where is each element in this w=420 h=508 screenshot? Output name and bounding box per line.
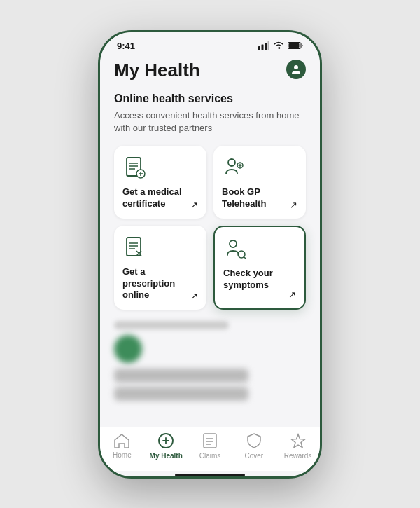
signal-icon [258,41,270,50]
svg-rect-1 [262,45,264,50]
phone-frame: 9:41 [98,30,322,479]
blur-block-2 [114,387,248,401]
svg-rect-2 [265,43,267,50]
svg-point-14 [228,159,235,166]
nav-label-home: Home [113,451,132,459]
arrow-icon-book-gp: ↗ [290,200,298,210]
nav-item-cover[interactable]: Cover [237,433,271,460]
status-icons [258,41,303,50]
nav-label-cover: Cover [244,452,263,460]
svg-rect-5 [289,43,300,48]
service-card-prescription[interactable]: Get a prescription online ↗ [114,226,206,310]
blur-block-1 [114,369,248,383]
service-card-medical-certificate[interactable]: Get a medical certificate ↗ [114,146,206,219]
arrow-icon-prescription: ↗ [190,291,198,301]
service-label-prescription: Get a prescription online [122,266,198,302]
section-subtitle: Access convenient health services from h… [114,109,306,135]
home-icon [114,434,130,450]
section-title: Online health services [114,92,306,105]
services-grid: Get a medical certificate ↗ B [114,146,306,310]
page-title: My Health [114,60,200,81]
profile-icon[interactable] [286,60,306,79]
status-time: 9:41 [117,41,135,51]
wifi-icon [273,41,284,50]
nav-item-my-health[interactable]: My Health [149,433,183,460]
nav-label-my-health: My Health [150,452,183,460]
rewards-icon [290,433,306,451]
claims-icon [203,433,217,451]
service-card-symptoms[interactable]: Check your symptoms ↗ [214,226,306,310]
arrow-icon-medical-certificate: ↗ [190,200,198,210]
nav-item-home[interactable]: Home [105,434,139,459]
service-label-symptoms: Check your symptoms [223,268,296,291]
main-content: My Health Online health services Access … [100,54,320,427]
service-card-book-gp[interactable]: Book GP Telehealth ↗ [214,146,306,219]
svg-line-24 [244,256,246,259]
battery-icon [288,41,303,50]
prescription-icon [122,235,148,261]
blur-line-1 [114,321,229,329]
nav-item-claims[interactable]: Claims [193,433,227,460]
service-label-book-gp: Book GP Telehealth [222,186,298,210]
nav-label-rewards: Rewards [284,452,312,460]
service-label-medical-certificate: Get a medical certificate [122,186,198,210]
svg-rect-0 [258,46,260,50]
header-row: My Health [114,60,306,81]
nav-item-rewards[interactable]: Rewards [281,433,315,460]
nav-label-claims: Claims [200,452,221,460]
home-indicator [175,474,245,476]
blur-circle [114,335,142,363]
svg-rect-28 [204,434,216,448]
cover-icon [246,433,262,451]
arrow-icon-symptoms: ↗ [288,289,296,300]
blurred-section [114,321,306,401]
medical-cert-icon [122,156,148,181]
svg-point-6 [294,65,298,69]
section-header: Online health services Access convenient… [114,92,306,135]
bottom-nav: Home My Health [100,427,320,471]
svg-point-22 [230,240,237,247]
status-bar: 9:41 [100,32,320,54]
symptoms-icon [223,237,248,262]
phone-screen: 9:41 [100,32,320,476]
svg-rect-3 [268,41,270,50]
telehealth-icon [222,156,247,181]
svg-marker-32 [291,434,304,448]
my-health-icon [158,433,174,451]
